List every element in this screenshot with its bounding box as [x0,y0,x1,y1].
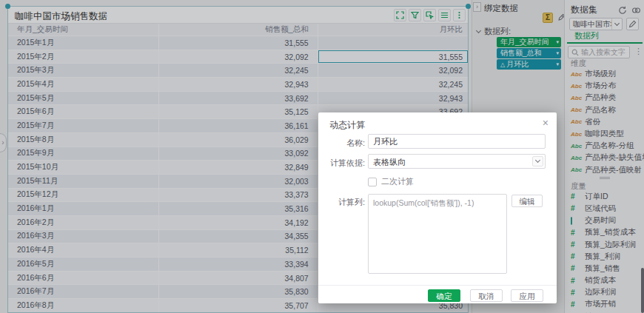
dynamic-calc-dialog: 动态计算 × 名称: 计算依据: 表格纵向 二次计算 计算列: lookup(S… [318,112,557,303]
dialog-title: 动态计算 [329,119,365,132]
name-input[interactable] [368,134,546,149]
secondary-calc-label: 二次计算 [381,176,414,187]
apply-button[interactable]: 应用 [511,289,543,302]
cancel-button[interactable]: 取消 [470,289,503,302]
app-root: 咖啡中国市场销售数据 [0,0,644,313]
name-label: 名称: [319,138,365,149]
calc-column-label: 计算列: [319,197,365,208]
edit-button[interactable]: 编辑 [511,195,543,207]
calc-basis-select[interactable]: 表格纵向 [368,154,546,169]
secondary-calc-checkbox[interactable] [368,178,377,186]
close-icon[interactable]: × [543,117,549,129]
dialog-footer-divider [318,285,557,286]
secondary-calc-row: 二次计算 [368,176,414,187]
formula-textarea[interactable]: lookup(Sum(col['销售额']), -1) [368,194,507,274]
calc-basis-value: 表格纵向 [373,157,406,168]
calc-basis-label: 计算依据: [319,158,365,169]
confirm-button[interactable]: 确定 [428,289,460,302]
chevron-down-icon [532,156,543,166]
